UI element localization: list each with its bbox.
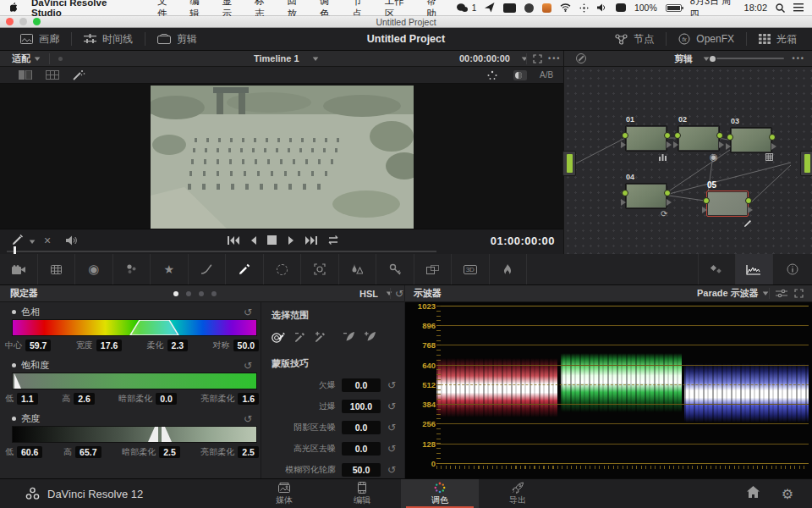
softness-minus-icon[interactable] bbox=[343, 331, 356, 343]
rgb-mixer-icon[interactable] bbox=[113, 254, 151, 284]
blur-icon[interactable] bbox=[339, 254, 377, 284]
matte-param-value[interactable]: 50.0 bbox=[342, 463, 381, 477]
reset-icon[interactable]: ↺ bbox=[387, 464, 396, 476]
param-value[interactable]: 2.3 bbox=[167, 340, 189, 351]
saturation-reset-icon[interactable]: ↺ bbox=[244, 360, 252, 372]
gallery-button[interactable]: 画廊 bbox=[0, 28, 71, 50]
pager-dot[interactable] bbox=[211, 291, 217, 296]
color-match-icon[interactable] bbox=[38, 254, 76, 284]
tracker-icon[interactable] bbox=[301, 254, 339, 284]
matte-param-value[interactable]: 0.0 bbox=[342, 421, 381, 434]
volume-icon[interactable] bbox=[597, 3, 607, 12]
app-status-icon-orange[interactable] bbox=[542, 3, 551, 13]
corrector-node-03[interactable]: 03 bbox=[730, 127, 772, 153]
saturation-range-bar[interactable] bbox=[12, 373, 257, 389]
pick-minus-icon[interactable] bbox=[294, 331, 306, 343]
viewer-canvas[interactable] bbox=[0, 84, 563, 229]
node-options-menu[interactable]: ••• bbox=[793, 54, 805, 63]
timeline-button[interactable]: 时间线 bbox=[72, 28, 145, 50]
scope-type-dropdown[interactable]: Parade 示波器 bbox=[697, 287, 759, 300]
matte-param-value[interactable]: 0.0 bbox=[342, 442, 381, 456]
expand-viewer-icon[interactable] bbox=[533, 54, 542, 64]
param-value[interactable]: 65.7 bbox=[75, 446, 101, 458]
qualifier-icon[interactable] bbox=[226, 254, 264, 284]
reset-icon[interactable]: ↺ bbox=[387, 379, 396, 391]
split-screen-icon[interactable] bbox=[19, 70, 32, 80]
tab-color-active[interactable]: 调色 bbox=[401, 479, 479, 508]
reset-icon[interactable]: ↺ bbox=[387, 443, 396, 455]
scope-expand-icon[interactable] bbox=[794, 289, 804, 298]
apple-logo-icon[interactable] bbox=[10, 3, 19, 14]
audio-mute-icon[interactable] bbox=[66, 235, 78, 246]
curves-icon[interactable] bbox=[189, 254, 227, 284]
notification-center-icon[interactable] bbox=[793, 3, 804, 12]
magic-wand-icon[interactable] bbox=[73, 69, 85, 80]
menubar-app-name[interactable]: DaVinci Resolve Studio bbox=[31, 0, 137, 18]
input-source-icon[interactable]: EN bbox=[503, 3, 516, 13]
clips-button[interactable]: 剪辑 bbox=[145, 28, 209, 50]
param-value[interactable]: 2.5 bbox=[159, 446, 180, 458]
keyframes-icon[interactable] bbox=[698, 254, 736, 284]
node-view-dropdown[interactable]: 剪辑 bbox=[674, 52, 693, 65]
param-value[interactable]: 1.1 bbox=[17, 393, 38, 405]
pick-plus-icon[interactable] bbox=[315, 331, 326, 343]
viewer-options-menu[interactable]: ••• bbox=[548, 54, 561, 63]
motion-effects-icon[interactable] bbox=[490, 254, 528, 284]
param-value[interactable]: 2.5 bbox=[238, 446, 259, 458]
source-timecode[interactable]: 00:00:00:00 bbox=[459, 53, 510, 64]
wechat-icon[interactable] bbox=[457, 3, 468, 13]
corrector-node-02[interactable]: 02 bbox=[678, 125, 720, 152]
sizing-icon[interactable] bbox=[414, 254, 453, 284]
chevron-down-icon[interactable]: ▼ bbox=[27, 238, 36, 246]
wifi-icon[interactable] bbox=[560, 3, 571, 12]
home-icon[interactable] bbox=[747, 486, 760, 502]
go-to-end-button[interactable] bbox=[304, 235, 318, 246]
stereo-3d-icon[interactable]: 3D bbox=[452, 254, 490, 284]
zoom-fit-dropdown[interactable]: 适配 bbox=[12, 52, 30, 65]
matte-param-value[interactable]: 100.0 bbox=[342, 400, 381, 413]
reset-icon[interactable]: ↺ bbox=[387, 422, 396, 433]
qualifier-pager[interactable] bbox=[173, 291, 217, 296]
scopes-icon[interactable] bbox=[736, 254, 774, 284]
grab-still-eyedropper-icon[interactable] bbox=[12, 235, 23, 246]
luminance-range-bar[interactable] bbox=[12, 426, 257, 443]
softness-plus-icon[interactable] bbox=[365, 331, 377, 343]
corrector-node-05-selected[interactable]: 05 bbox=[706, 190, 749, 217]
step-back-button[interactable] bbox=[249, 235, 257, 246]
scope-settings-icon[interactable] bbox=[776, 289, 787, 298]
accessibility-icon[interactable] bbox=[579, 3, 589, 13]
enhanced-viewer-icon[interactable] bbox=[486, 70, 498, 80]
node-zoom-slider[interactable] bbox=[716, 58, 784, 59]
node-graph[interactable]: 01 02 ◉ 03 04 ⟳ 05 bbox=[563, 67, 812, 254]
output-node[interactable] bbox=[800, 151, 812, 176]
pick-eyedropper-icon[interactable] bbox=[272, 331, 286, 344]
ab-compare-toggle[interactable]: A/B bbox=[540, 70, 553, 80]
qualifier-reset-icon[interactable]: ↺ bbox=[395, 288, 403, 300]
bypass-contrast-icon[interactable] bbox=[513, 70, 527, 80]
tab-edit[interactable]: 编辑 bbox=[323, 479, 401, 508]
source-input-node[interactable] bbox=[562, 151, 576, 176]
viewer-scrubber[interactable] bbox=[7, 251, 436, 252]
tab-deliver[interactable]: 导出 bbox=[479, 479, 557, 508]
send-icon[interactable] bbox=[485, 3, 495, 13]
color-wheels-icon[interactable]: ◉ bbox=[75, 254, 113, 284]
settings-gear-icon[interactable]: ⚙ bbox=[782, 486, 793, 502]
pager-dot[interactable] bbox=[199, 291, 204, 296]
param-value[interactable]: 50.0 bbox=[233, 340, 259, 351]
info-icon[interactable] bbox=[773, 254, 812, 284]
reset-icon[interactable]: ↺ bbox=[387, 400, 396, 412]
pager-dot[interactable] bbox=[186, 291, 191, 296]
key-icon[interactable] bbox=[376, 254, 414, 284]
qualifier-mode-dropdown[interactable]: HSL bbox=[359, 289, 378, 299]
hue-range-bar[interactable] bbox=[12, 319, 257, 336]
record-timecode[interactable]: 01:00:00:00 bbox=[491, 235, 555, 247]
openfx-button[interactable]: fx OpenFX bbox=[667, 28, 746, 50]
param-value[interactable]: 1.6 bbox=[238, 393, 259, 405]
playhead-marker[interactable] bbox=[14, 246, 16, 254]
param-value[interactable]: 60.6 bbox=[17, 446, 42, 458]
unmix-icon[interactable]: × bbox=[44, 234, 51, 247]
grid-view-icon[interactable] bbox=[46, 70, 59, 80]
node-zoom-handle[interactable] bbox=[710, 56, 716, 62]
param-value[interactable]: 59.7 bbox=[25, 340, 51, 351]
corrector-node-04[interactable]: 04 bbox=[625, 183, 667, 209]
